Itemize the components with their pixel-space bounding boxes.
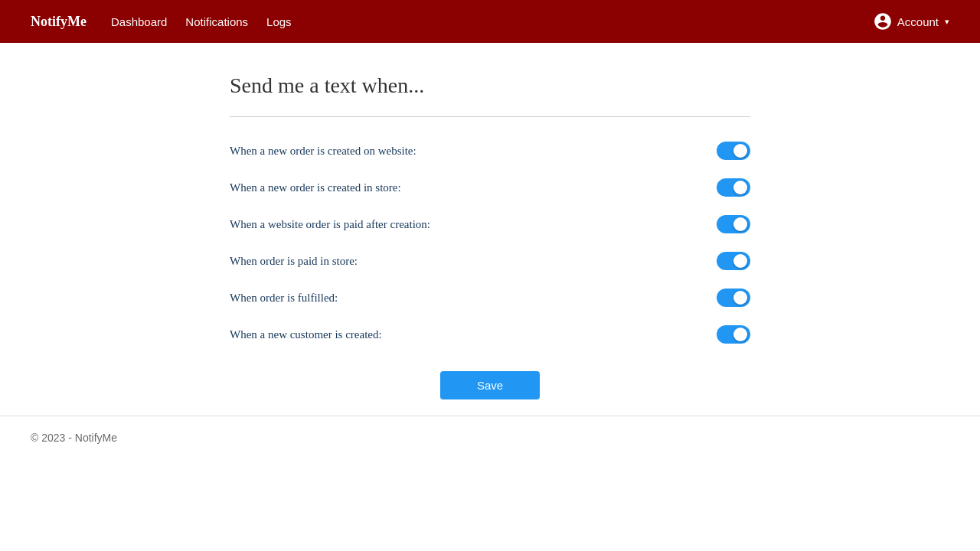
notification-item-order-paid-store: When order is paid in store: bbox=[230, 243, 750, 279]
nav-link-dashboard[interactable]: Dashboard bbox=[111, 15, 167, 28]
toggle-slider bbox=[717, 142, 750, 160]
account-circle-icon bbox=[873, 11, 893, 31]
toggle-slider bbox=[717, 289, 750, 307]
notification-label: When order is paid in store: bbox=[230, 255, 358, 268]
toggle-new-customer[interactable] bbox=[717, 325, 750, 344]
footer: © 2023 - NotifyMe bbox=[0, 416, 980, 459]
page-title: Send me a text when... bbox=[230, 73, 750, 98]
notification-item-new-customer: When a new customer is created: bbox=[230, 316, 750, 353]
nav-links: Dashboard Notifications Logs bbox=[111, 15, 873, 28]
toggle-new-order-website[interactable] bbox=[717, 142, 750, 160]
notification-label: When a website order is paid after creat… bbox=[230, 218, 430, 231]
nav-brand[interactable]: NotifyMe bbox=[31, 14, 87, 30]
notification-list: When a new order is created on website: … bbox=[230, 132, 750, 353]
notification-label: When a new order is created on website: bbox=[230, 145, 416, 158]
main-content: Send me a text when... When a new order … bbox=[214, 43, 766, 445]
toggle-new-order-store[interactable] bbox=[717, 178, 750, 197]
toggle-website-order-paid[interactable] bbox=[717, 215, 750, 233]
notification-item-new-order-website: When a new order is created on website: bbox=[230, 132, 750, 169]
account-label: Account bbox=[897, 15, 939, 28]
toggle-order-paid-store[interactable] bbox=[717, 252, 750, 270]
account-menu[interactable]: Account ▾ bbox=[873, 11, 949, 31]
chevron-down-icon: ▾ bbox=[945, 17, 949, 27]
notification-item-website-order-paid: When a website order is paid after creat… bbox=[230, 206, 750, 243]
toggle-slider bbox=[717, 325, 750, 344]
footer-text: © 2023 - NotifyMe bbox=[31, 432, 117, 444]
nav-link-notifications[interactable]: Notifications bbox=[185, 15, 248, 28]
notification-label: When a new order is created in store: bbox=[230, 181, 401, 194]
toggle-slider bbox=[717, 178, 750, 197]
notification-item-order-fulfilled: When order is fulfilled: bbox=[230, 279, 750, 316]
nav-link-logs[interactable]: Logs bbox=[266, 15, 292, 28]
save-button-wrap: Save bbox=[230, 371, 750, 399]
toggle-slider bbox=[717, 215, 750, 233]
toggle-order-fulfilled[interactable] bbox=[717, 289, 750, 307]
notification-label: When order is fulfilled: bbox=[230, 292, 338, 305]
section-divider bbox=[230, 116, 750, 117]
notification-item-new-order-store: When a new order is created in store: bbox=[230, 169, 750, 206]
toggle-slider bbox=[717, 252, 750, 270]
notification-label: When a new customer is created: bbox=[230, 328, 382, 341]
navbar: NotifyMe Dashboard Notifications Logs Ac… bbox=[0, 0, 980, 43]
save-button[interactable]: Save bbox=[440, 371, 540, 399]
